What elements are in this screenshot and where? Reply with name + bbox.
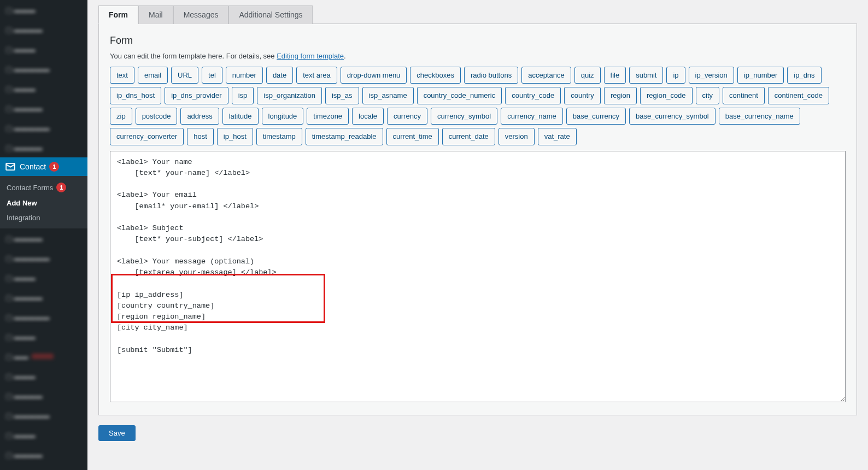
panel-title: Form bbox=[110, 35, 846, 46]
tag-button-acceptance[interactable]: acceptance bbox=[521, 67, 571, 84]
tag-button-host[interactable]: host bbox=[187, 128, 214, 145]
sidebar-blurred-item: ▢ ▬▬▬ bbox=[0, 366, 87, 386]
sidebar-item-label: Contact bbox=[20, 162, 46, 171]
tag-button-ip-version[interactable]: ip_version bbox=[689, 67, 734, 84]
tag-button-ip-host[interactable]: ip_host bbox=[217, 128, 253, 145]
tag-button-url[interactable]: URL bbox=[171, 67, 198, 84]
tag-button-timestamp-readable[interactable]: timestamp_readable bbox=[306, 128, 383, 145]
tag-button-timezone[interactable]: timezone bbox=[307, 108, 349, 125]
tag-button-email[interactable]: email bbox=[138, 67, 168, 84]
tag-button-zip[interactable]: zip bbox=[110, 108, 132, 125]
tag-button-longitude[interactable]: longitude bbox=[262, 108, 304, 125]
sidebar-blurred-item: ▢ ▬▬▬▬▬ bbox=[0, 406, 87, 425]
tag-button-country[interactable]: country bbox=[564, 87, 601, 104]
notification-badge: 1 bbox=[49, 162, 59, 172]
tag-button-isp-as[interactable]: isp_as bbox=[325, 87, 359, 104]
tag-button-continent-code[interactable]: continent_code bbox=[768, 87, 829, 104]
help-text-suffix: . bbox=[344, 52, 346, 60]
tag-button-address[interactable]: address bbox=[180, 108, 219, 125]
tag-button-city[interactable]: city bbox=[696, 87, 720, 104]
tag-button-drop-down-menu[interactable]: drop-down menu bbox=[341, 67, 407, 84]
tag-button-ip[interactable]: ip bbox=[666, 67, 685, 84]
tag-button-version[interactable]: version bbox=[498, 128, 535, 145]
submenu-item-add-new[interactable]: Add New bbox=[0, 196, 87, 210]
sidebar-blurred-item: ▢ ▬▬▬▬▬ bbox=[0, 118, 87, 138]
tag-button-text-area[interactable]: text area bbox=[296, 67, 337, 84]
tag-button-text[interactable]: text bbox=[110, 67, 134, 84]
form-template-textarea[interactable] bbox=[110, 151, 846, 402]
sidebar-blurred-item: ▢ ▬▬▬▬ bbox=[0, 138, 87, 157]
tag-button-quiz[interactable]: quiz bbox=[574, 67, 601, 84]
sidebar-blurred-item: ▢ ▬▬▬▬▬ bbox=[0, 248, 87, 268]
tag-button-timestamp[interactable]: timestamp bbox=[256, 128, 302, 145]
tab-mail[interactable]: Mail bbox=[138, 5, 173, 24]
tag-button-ip-dns-host[interactable]: ip_dns_host bbox=[110, 87, 161, 104]
tag-button-continent[interactable]: continent bbox=[723, 87, 765, 104]
tag-button-ip-dns-provider[interactable]: ip_dns_provider bbox=[165, 87, 228, 104]
submenu-item-label: Contact Forms bbox=[7, 184, 53, 192]
tag-button-base-currency-name[interactable]: base_currency_name bbox=[719, 108, 800, 125]
tag-button-isp[interactable]: isp bbox=[232, 87, 254, 104]
admin-sidebar: ▢ ▬▬▬ ▢ ▬▬▬▬ ▢ ▬▬▬ ▢ ▬▬▬▬▬ ▢ ▬▬▬ ▢ ▬▬▬▬ … bbox=[0, 0, 87, 470]
tag-button-vat-rate[interactable]: vat_rate bbox=[538, 128, 577, 145]
main-content: Form Mail Messages Additional Settings F… bbox=[87, 0, 868, 470]
tag-button-region-code[interactable]: region_code bbox=[640, 87, 693, 104]
sidebar-blurred-item: ▢ ▬▬▬ bbox=[0, 268, 87, 287]
submenu-item-label: Add New bbox=[7, 199, 37, 207]
tag-button-current-time[interactable]: current_time bbox=[386, 128, 439, 145]
tag-button-currency[interactable]: currency bbox=[387, 108, 427, 125]
tag-button-isp-asname[interactable]: isp_asname bbox=[362, 87, 414, 104]
help-text-prefix: You can edit the form template here. For… bbox=[110, 52, 277, 60]
tag-button-base-currency[interactable]: base_currency bbox=[566, 108, 626, 125]
mail-icon bbox=[5, 163, 15, 171]
sidebar-item-contact[interactable]: Contact 1 bbox=[0, 157, 87, 176]
submenu-item-contact-forms[interactable]: Contact Forms 1 bbox=[0, 179, 87, 196]
sidebar-submenu: Contact Forms 1 Add New Integration bbox=[0, 176, 87, 228]
tag-button-checkboxes[interactable]: checkboxes bbox=[410, 67, 461, 84]
tab-messages[interactable]: Messages bbox=[173, 5, 229, 24]
tab-additional-settings[interactable]: Additional Settings bbox=[228, 5, 313, 24]
sidebar-blurred-item: ▢ ▬▬▬▬ bbox=[0, 445, 87, 465]
sidebar-blurred-item: ▢ ▬▬▬▬▬ bbox=[0, 307, 87, 327]
tag-button-region[interactable]: region bbox=[604, 87, 637, 104]
tag-button-number[interactable]: number bbox=[226, 67, 263, 84]
tag-button-radio-buttons[interactable]: radio buttons bbox=[464, 67, 518, 84]
active-arrow-icon bbox=[87, 162, 92, 171]
tab-form[interactable]: Form bbox=[98, 5, 138, 24]
tag-button-submit[interactable]: submit bbox=[629, 67, 663, 84]
tag-button-ip-number[interactable]: ip_number bbox=[737, 67, 784, 84]
tag-button-current-date[interactable]: current_date bbox=[442, 128, 495, 145]
tag-button-currency-converter[interactable]: currency_converter bbox=[110, 128, 184, 145]
tag-button-country-code[interactable]: country_code bbox=[505, 87, 561, 104]
tag-button-currency-symbol[interactable]: currency_symbol bbox=[431, 108, 497, 125]
sidebar-blurred-item: ▢ ▬▬▬ bbox=[0, 425, 87, 445]
sidebar-blurred-item: ▢ ▬▬▬ bbox=[0, 0, 87, 20]
tag-button-country-code-numeric[interactable]: country_code_numeric bbox=[417, 87, 502, 104]
tag-button-date[interactable]: date bbox=[266, 67, 293, 84]
sidebar-blurred-item: ▢ ▬▬▬▬ bbox=[0, 287, 87, 307]
sidebar-blurred-item: ▢ ▬▬▬▬▬ bbox=[0, 59, 87, 79]
sidebar-blurred-item: ▢ ▬▬▬▬ bbox=[0, 20, 87, 39]
save-button[interactable]: Save bbox=[98, 425, 136, 441]
sidebar-blurred-item: ▢ ▬▬▬ bbox=[0, 39, 87, 59]
tag-button-currency-name[interactable]: currency_name bbox=[501, 108, 563, 125]
sidebar-blurred-item: ▢ ▬▬▬ bbox=[0, 79, 87, 98]
tag-button-locale[interactable]: locale bbox=[352, 108, 384, 125]
tag-button-postcode[interactable]: postcode bbox=[136, 108, 178, 125]
sidebar-blurred-item: ▢ ▬▬▬▬ bbox=[0, 386, 87, 406]
tag-button-latitude[interactable]: latitude bbox=[222, 108, 259, 125]
tag-button-file[interactable]: file bbox=[604, 67, 626, 84]
tag-button-tel[interactable]: tel bbox=[202, 67, 222, 84]
tag-button-base-currency-symbol[interactable]: base_currency_symbol bbox=[629, 108, 715, 125]
submenu-item-label: Integration bbox=[7, 214, 40, 222]
submenu-item-integration[interactable]: Integration bbox=[0, 210, 87, 225]
tag-button-isp-organization[interactable]: isp_organization bbox=[257, 87, 322, 104]
tab-bar: Form Mail Messages Additional Settings bbox=[98, 5, 857, 24]
sidebar-blurred-item: ▢ ▬▬▬ bbox=[0, 327, 87, 346]
notification-badge: 1 bbox=[56, 183, 66, 192]
help-link[interactable]: Editing form template bbox=[277, 52, 344, 60]
help-text: You can edit the form template here. For… bbox=[110, 52, 846, 60]
form-textarea-wrap bbox=[110, 151, 846, 404]
sidebar-blurred-item: ▢ ▬▬▬▬ bbox=[0, 98, 87, 118]
tag-button-ip-dns[interactable]: ip_dns bbox=[787, 67, 821, 84]
